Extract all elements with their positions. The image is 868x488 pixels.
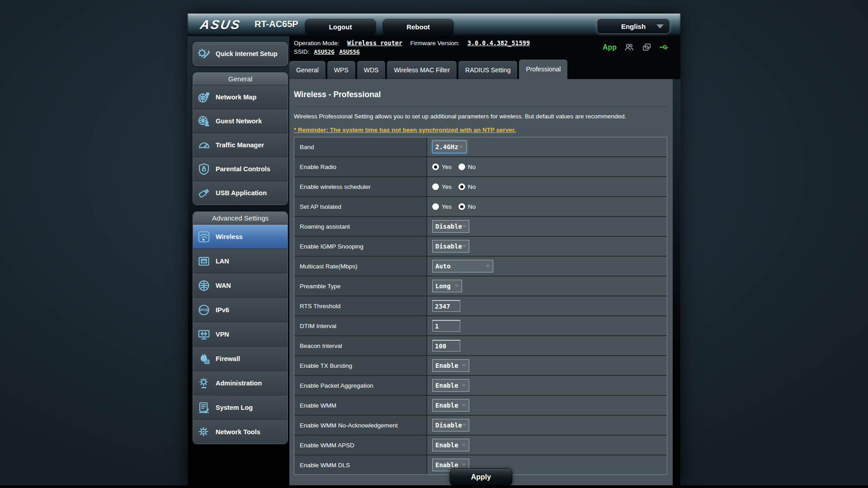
sidebar-item-wan[interactable]: WAN	[193, 273, 288, 297]
settings-row-enable-wmm-apsd: Enable WMM APSDEnable	[294, 435, 667, 455]
chevron-down-icon	[462, 384, 466, 387]
setting-value: 2.4GHz	[426, 137, 667, 156]
sidebar-item-administration[interactable]: Administration	[193, 371, 288, 395]
sidebar-item-vpn[interactable]: VPN	[193, 322, 288, 346]
settings-row-set-ap-isolated: Set AP IsolatedYesNo	[294, 196, 667, 216]
ssid-2g-link[interactable]: ASUS2G	[314, 48, 335, 55]
clone-icon[interactable]	[642, 42, 652, 52]
svg-text:IPV6: IPV6	[200, 308, 208, 312]
sidebar-item-network-map[interactable]: Network Map	[193, 85, 288, 109]
app-link[interactable]: App	[603, 43, 617, 52]
setting-value	[426, 316, 667, 335]
sidebar-item-system-log[interactable]: System Log	[193, 395, 288, 419]
multicast-rate-mbps-select[interactable]: Auto	[432, 260, 493, 272]
reboot-button[interactable]: Reboot	[383, 19, 453, 35]
radio-label: Yes	[442, 203, 452, 210]
enable-tx-bursting-select[interactable]: Enable	[432, 359, 469, 372]
qis-icon	[196, 47, 212, 62]
settings-row-enable-radio: Enable RadioYesNo	[294, 156, 667, 176]
radio-option-yes[interactable]: Yes	[432, 183, 452, 190]
roaming-assistant-select[interactable]: Disable	[432, 220, 469, 233]
sidebar-item-guest-network[interactable]: Guest Network	[193, 109, 288, 133]
usb-icon[interactable]	[659, 42, 670, 52]
sidebar-item-traffic-manager[interactable]: Traffic Manager	[193, 133, 288, 157]
language-selector[interactable]: English	[597, 19, 670, 34]
sidebar-item-label: Firewall	[216, 355, 240, 362]
select-value: Enable	[435, 362, 458, 369]
ssid-5g-link[interactable]: ASUS5G	[339, 48, 359, 55]
beacon-interval-input[interactable]	[432, 340, 460, 352]
setting-label: Enable IGMP Snooping	[294, 237, 426, 256]
settings-row-multicast-rate-mbps: Multicast Rate(Mbps)Auto	[294, 256, 667, 276]
radio-option-no[interactable]: No	[458, 164, 476, 170]
sidebar-item-label: VPN	[216, 331, 229, 338]
settings-row-enable-tx-bursting: Enable TX BurstingEnable	[294, 355, 667, 375]
band-select[interactable]: 2.4GHz	[432, 141, 467, 153]
setting-label: Enable wireless scheduler	[294, 177, 426, 196]
setting-label: Enable Packet Aggregation	[294, 376, 426, 395]
apply-button[interactable]: Apply	[450, 469, 512, 486]
ntp-reminder-link[interactable]: * Reminder: The system time has not been…	[294, 127, 516, 133]
radio-option-yes[interactable]: Yes	[432, 164, 452, 170]
wan-icon	[196, 278, 212, 293]
page-description: Wireless Professional Setting allows you…	[294, 113, 626, 120]
setting-label: Enable WMM DLS	[294, 455, 426, 474]
radio-option-no[interactable]: No	[458, 203, 476, 210]
settings-row-enable-wmm-no-acknowledgement: Enable WMM No-AcknowledgementDisable	[294, 415, 667, 435]
firmware-version-label: Firmware Version:	[410, 40, 460, 47]
asus-logo: ASUS	[199, 18, 242, 32]
ipv6-icon: IPV6	[196, 302, 212, 318]
sidebar-item-ipv6[interactable]: IPV6IPv6	[193, 297, 288, 322]
enable-wmm-apsd-select[interactable]: Enable	[432, 439, 469, 451]
divider	[294, 107, 667, 107]
radio-option-no[interactable]: No	[458, 183, 476, 190]
sidebar-item-label: Network Map	[216, 94, 256, 101]
enable-igmp-snooping-select[interactable]: Disable	[432, 240, 469, 253]
chevron-down-icon	[462, 404, 466, 407]
sidebar-item-quick-internet-setup[interactable]: Quick Internet Setup	[193, 42, 288, 66]
sidebar-item-firewall[interactable]: Firewall	[193, 346, 288, 371]
dtim-interval-input[interactable]	[432, 320, 460, 332]
firmware-version-link[interactable]: 3.0.0.4.382_51599	[467, 39, 530, 47]
setting-label: RTS Threshold	[294, 296, 426, 315]
setting-value: Auto	[426, 257, 667, 276]
enable-wmm-no-acknowledgement-select[interactable]: Disable	[432, 419, 469, 432]
tab-radius-setting[interactable]: RADIUS Setting	[458, 61, 517, 79]
rts-threshold-input[interactable]	[432, 300, 460, 312]
setting-label: Enable WMM	[294, 396, 426, 415]
setting-value: Disable	[426, 217, 667, 236]
guest-network-icon	[196, 113, 212, 129]
sidebar-item-wireless[interactable]: Wireless	[193, 224, 288, 249]
radio-label: No	[468, 164, 476, 170]
setting-value: YesNo	[426, 157, 667, 176]
preamble-type-select[interactable]: Long	[432, 280, 462, 292]
radio-label: No	[468, 183, 476, 190]
lan-icon	[196, 253, 212, 269]
tab-wireless-mac-filter[interactable]: Wireless MAC Filter	[387, 61, 457, 79]
setting-label: Band	[294, 137, 426, 156]
sidebar-item-lan[interactable]: LAN	[193, 249, 288, 273]
users-icon[interactable]	[624, 42, 634, 52]
sidebar-item-network-tools[interactable]: Network Tools	[193, 419, 288, 444]
chevron-down-icon	[656, 24, 664, 28]
setting-label: Preamble Type	[294, 277, 426, 296]
sidebar-item-usb-application[interactable]: USB Application	[193, 181, 288, 205]
logout-button[interactable]: Logout	[305, 19, 376, 35]
enable-packet-aggregation-select[interactable]: Enable	[432, 379, 469, 392]
radio-option-yes[interactable]: Yes	[432, 203, 452, 210]
operation-mode-link[interactable]: Wireless router	[347, 39, 402, 47]
tab-wds[interactable]: WDS	[357, 61, 386, 79]
chevron-down-icon	[462, 424, 467, 427]
chevron-down-icon	[486, 265, 490, 267]
enable-wmm-select[interactable]: Enable	[432, 399, 469, 412]
traffic-manager-icon	[196, 137, 212, 153]
section-title: Advanced Settings	[193, 212, 288, 224]
chevron-down-icon	[462, 245, 467, 248]
tab-professional[interactable]: Professional	[519, 60, 567, 79]
usb-application-icon	[196, 185, 212, 201]
sidebar-item-label: Quick Internet Setup	[216, 50, 278, 57]
tab-wps[interactable]: WPS	[327, 61, 355, 79]
tab-general[interactable]: General	[289, 61, 326, 79]
sidebar-item-label: WAN	[216, 282, 231, 289]
sidebar-item-parental-controls[interactable]: Parental Controls	[193, 157, 288, 181]
